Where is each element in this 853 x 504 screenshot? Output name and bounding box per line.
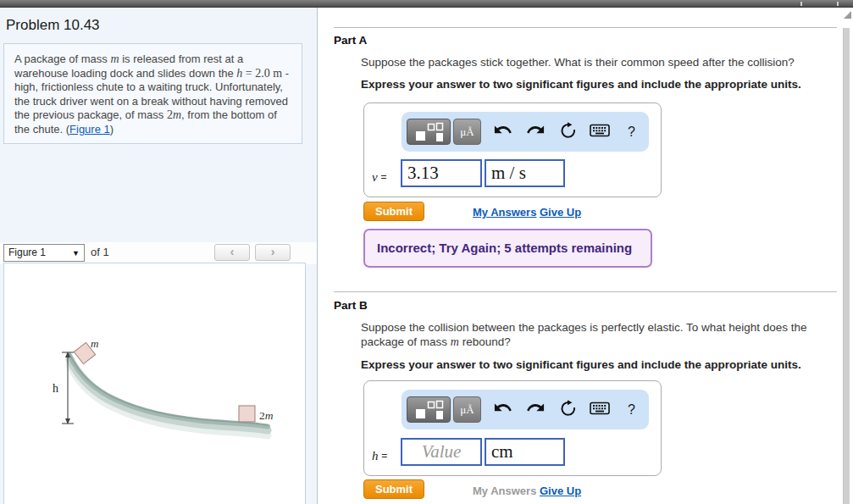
math-symbol: m	[110, 53, 119, 65]
chrome-tick	[800, 2, 802, 6]
help-button[interactable]: ?	[621, 402, 642, 418]
scrollbar-thumb[interactable]	[843, 28, 850, 504]
chute-figure: h m 2m	[4, 263, 305, 504]
section-divider	[334, 291, 837, 292]
part-b-instruction: Express your answer to two significant f…	[361, 358, 801, 371]
figure-next-button[interactable]: ›	[255, 244, 291, 261]
my-answers-link-disabled: My Answers	[473, 485, 536, 497]
redo-icon	[526, 123, 545, 137]
answer-value-input[interactable]	[401, 438, 482, 466]
keyboard-icon	[590, 402, 610, 415]
equation-toolbar: μÅ	[402, 112, 649, 152]
page: Problem 10.43 A package of mass m is rel…	[0, 0, 853, 504]
equation-templates-button[interactable]	[407, 396, 451, 423]
give-up-link[interactable]: Give Up	[540, 206, 581, 219]
part-a-answer-box: μÅ	[363, 102, 662, 197]
figure-selector-bar: Figure 1 ▼ of 1 ‹ ›	[0, 242, 318, 264]
section-divider	[334, 27, 837, 28]
redo-button[interactable]	[524, 401, 546, 418]
variable-label: v =	[372, 170, 386, 185]
figure-prev-button[interactable]: ‹	[214, 244, 250, 261]
question-text: rebound?	[459, 335, 511, 348]
chevron-left-icon: ‹	[230, 245, 235, 258]
reset-icon	[559, 400, 576, 417]
answer-value-input[interactable]	[401, 159, 482, 187]
parts-panel: Part A Suppose the packages stick togeth…	[318, 8, 839, 504]
figure-count-label: of 1	[91, 246, 109, 258]
reset-button[interactable]	[557, 122, 578, 142]
undo-icon	[494, 401, 512, 415]
equation-templates-icon	[414, 400, 444, 420]
answer-unit-input[interactable]	[485, 438, 565, 466]
part-b-question: Suppose the collision between the packag…	[361, 320, 816, 349]
submit-button[interactable]: Submit	[363, 202, 424, 221]
figure-select-value: Figure 1	[8, 246, 46, 258]
description-text: )	[110, 123, 114, 136]
help-button[interactable]: ?	[621, 125, 642, 140]
redo-button[interactable]	[524, 123, 546, 141]
figure-link[interactable]: Figure 1	[69, 123, 110, 136]
part-a-question: Suppose the packages stick together. Wha…	[361, 56, 795, 69]
undo-button[interactable]	[492, 123, 513, 141]
keyboard-icon	[590, 124, 610, 137]
chevron-right-icon: ›	[271, 245, 275, 258]
part-b-answer-box: μÅ	[363, 380, 662, 476]
page-title: Problem 10.43	[6, 17, 100, 34]
feedback-banner: Incorrect; Try Again; 5 attempts remaini…	[363, 229, 652, 268]
reset-button[interactable]	[557, 400, 578, 420]
scrollbar-track[interactable]	[839, 8, 853, 504]
part-a-instruction: Express your answer to two significant f…	[361, 78, 801, 91]
keyboard-button[interactable]	[589, 402, 610, 418]
problem-description: A package of mass m is released from res…	[3, 43, 302, 144]
answer-unit-input[interactable]	[485, 159, 565, 187]
variable-label: h =	[372, 449, 387, 463]
undo-button[interactable]	[492, 401, 513, 418]
package-m-label: m	[91, 337, 98, 350]
math-symbol: m	[173, 108, 181, 121]
browser-chrome-bar	[0, 0, 853, 8]
package-2m	[239, 406, 255, 422]
equation-templates-button[interactable]	[407, 119, 451, 145]
reset-icon	[559, 122, 576, 139]
math-symbol: m	[451, 335, 459, 348]
figure-panel: h m 2m	[3, 263, 306, 504]
part-b-heading: Part B	[334, 299, 368, 312]
equation-toolbar: μÅ	[402, 390, 649, 429]
package-2m-label: 2m	[259, 409, 274, 422]
problem-panel: Problem 10.43 A package of mass m is rel…	[0, 8, 318, 504]
math-number: 2	[167, 108, 173, 121]
chute-ramp	[69, 354, 268, 435]
description-text: A package of mass	[14, 53, 110, 65]
units-button[interactable]: μÅ	[453, 396, 481, 423]
equation-templates-icon	[414, 122, 444, 142]
resize-grip-icon[interactable]	[844, 11, 851, 19]
keyboard-button[interactable]	[589, 124, 610, 141]
height-label: h	[53, 382, 58, 395]
dropdown-arrow-icon: ▼	[72, 245, 80, 262]
units-button[interactable]: μÅ	[453, 119, 481, 145]
submit-button[interactable]: Submit	[363, 479, 424, 499]
undo-icon	[494, 123, 512, 137]
redo-icon	[526, 401, 545, 415]
figure-select-dropdown[interactable]: Figure 1 ▼	[3, 244, 85, 262]
chrome-tick	[837, 2, 839, 6]
question-text: Suppose the collision between the packag…	[361, 321, 807, 348]
my-answers-link[interactable]: My Answers	[473, 206, 536, 219]
part-a-heading: Part A	[334, 34, 367, 47]
math-expression: = 2.0 m	[242, 67, 282, 80]
give-up-link[interactable]: Give Up	[540, 485, 581, 497]
